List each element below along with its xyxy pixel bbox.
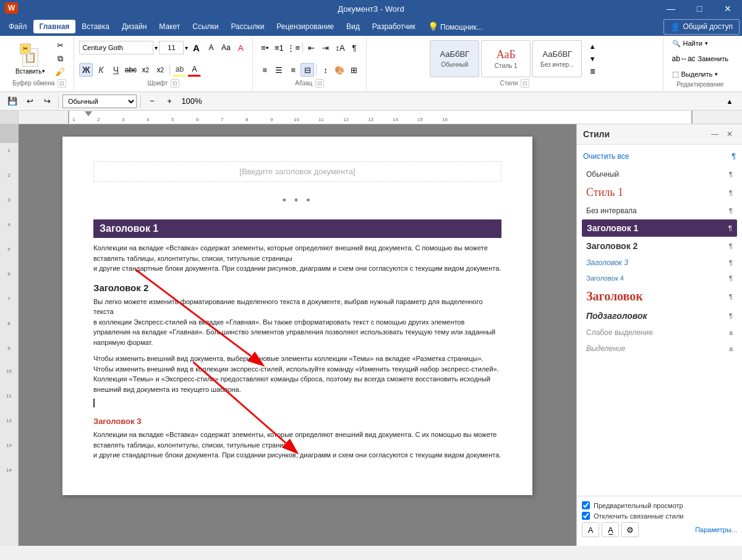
- styles-scroll-up[interactable]: ▲: [586, 40, 599, 53]
- disable-linked-checkbox-row[interactable]: Отключить связанные стили: [582, 512, 737, 520]
- bullets-button[interactable]: ≡•: [258, 41, 271, 54]
- params-link[interactable]: Параметры...: [695, 526, 737, 533]
- style-row-h2[interactable]: Заголовок 2 ¶: [582, 238, 737, 254]
- case-button[interactable]: Aa: [219, 41, 232, 54]
- manage-styles-button[interactable]: ⚙: [621, 522, 639, 537]
- underline-button[interactable]: Ч: [109, 63, 122, 77]
- cut-button[interactable]: ✂: [51, 38, 69, 52]
- italic-button[interactable]: К: [94, 63, 108, 77]
- styles-more[interactable]: ≣: [586, 65, 599, 77]
- clear-all-button[interactable]: Очистить все ¶: [582, 150, 737, 163]
- style-row-podzag[interactable]: Подзаголовок ¶: [582, 308, 737, 324]
- style-row-h1[interactable]: Заголовок 1 ¶: [582, 219, 737, 237]
- copy-button[interactable]: ⧉: [51, 52, 69, 66]
- preview-checkbox[interactable]: [582, 501, 590, 509]
- header-placeholder[interactable]: [Введите заголовок документа]: [93, 161, 501, 182]
- styles-scroll-down[interactable]: ▼: [586, 53, 599, 65]
- borders-button[interactable]: ⊞: [347, 63, 360, 77]
- menu-assistant[interactable]: 💡 Помощник...: [422, 19, 489, 34]
- close-button[interactable]: ✕: [714, 0, 742, 17]
- replace-button[interactable]: ab↔ac Заменить: [668, 53, 732, 64]
- style-dropdown[interactable]: Обычный Заголовок 1 Заголовок 2: [62, 95, 137, 108]
- style-row-nobr[interactable]: Без интервала ¶: [582, 203, 737, 218]
- menu-developer[interactable]: Разработчик: [366, 20, 422, 33]
- document-page[interactable]: [Введите заголовок документа] • • • Заго…: [62, 137, 532, 495]
- strikethrough-button[interactable]: abc: [124, 63, 137, 77]
- shading-button[interactable]: 🎨: [333, 63, 346, 77]
- find-button[interactable]: 🔍 Найти ▾: [668, 38, 732, 49]
- clear-format-button[interactable]: A: [234, 41, 247, 54]
- font-name-arrow[interactable]: ▾: [155, 45, 158, 51]
- font-size-arrow[interactable]: ▾: [185, 45, 188, 51]
- align-left-button[interactable]: ≡: [258, 63, 271, 77]
- style-style1-item[interactable]: АаБ Стиль 1: [481, 40, 531, 77]
- align-center-button[interactable]: ☰: [272, 63, 286, 77]
- shrink-font-button[interactable]: A: [204, 41, 218, 54]
- qa-redo-button[interactable]: ↪: [40, 94, 54, 109]
- align-right-button[interactable]: ≡: [286, 63, 300, 77]
- increase-indent-button[interactable]: ⇥: [319, 41, 333, 54]
- qa-save-button[interactable]: 💾: [5, 94, 20, 109]
- bold-button[interactable]: Ж: [79, 63, 93, 77]
- justify-button[interactable]: ⊟: [301, 63, 314, 77]
- menu-review[interactable]: Рецензирование: [270, 20, 340, 33]
- cursor-line[interactable]: [93, 398, 501, 408]
- style-inspector-button[interactable]: A̲: [602, 522, 619, 537]
- heading3-block[interactable]: Заголовок 3: [93, 417, 501, 426]
- select-button[interactable]: ⬚ Выделить ▾: [668, 69, 732, 80]
- sort-button[interactable]: ↕A: [333, 41, 347, 54]
- panel-close-button[interactable]: ✕: [723, 128, 736, 140]
- menu-references[interactable]: Ссылки: [186, 20, 224, 33]
- disable-linked-checkbox[interactable]: [582, 512, 590, 520]
- style-row-zagolovok[interactable]: Заголовок ¶: [582, 286, 737, 307]
- menu-insert[interactable]: Вставка: [75, 20, 116, 33]
- paragraph-expand[interactable]: ⊡: [315, 79, 324, 88]
- highlight-button[interactable]: ab: [173, 63, 186, 77]
- body-text-1[interactable]: Коллекции на вкладке «Вставка» содержат …: [93, 243, 501, 274]
- style-normal-item[interactable]: АаБбВГ Обычный: [430, 40, 479, 77]
- menu-file[interactable]: Файл: [2, 20, 33, 33]
- font-size-input[interactable]: [159, 41, 184, 54]
- menu-share[interactable]: 👤 Общий доступ: [663, 19, 740, 35]
- style-row-weak[interactable]: Слабое выделение a: [582, 325, 737, 340]
- zoom-out-button[interactable]: −: [145, 94, 160, 109]
- superscript-button[interactable]: x2: [153, 63, 167, 77]
- clipboard-expand[interactable]: ⊡: [58, 79, 66, 88]
- line-spacing-button[interactable]: ↕: [318, 63, 332, 77]
- styles-expand[interactable]: ⊡: [521, 79, 529, 88]
- style-nobr-item[interactable]: АаБбВГ Без интер...: [532, 40, 582, 77]
- font-color-button[interactable]: A: [187, 63, 201, 77]
- style-row-h4[interactable]: Заголовок 4 ¶: [582, 271, 737, 285]
- collapse-ribbon-button[interactable]: ▲: [722, 94, 737, 109]
- style-row-style1[interactable]: Стиль 1 ¶: [582, 183, 737, 202]
- zoom-in-button[interactable]: +: [162, 94, 177, 109]
- qa-undo-button[interactable]: ↩: [22, 94, 37, 109]
- body-text-3[interactable]: Чтобы изменить внешний вид документа, вы…: [93, 354, 501, 394]
- style-row-vyd[interactable]: Выделение a: [582, 341, 737, 356]
- menu-layout[interactable]: Макет: [153, 20, 186, 33]
- multilevel-list-button[interactable]: ⋮≡: [286, 41, 301, 54]
- grow-font-button[interactable]: A: [189, 41, 203, 54]
- maximize-button[interactable]: □: [685, 0, 714, 17]
- subscript-button[interactable]: x2: [139, 63, 152, 77]
- menu-view[interactable]: Вид: [340, 20, 366, 33]
- heading2-block[interactable]: Заголовок 2: [93, 282, 501, 293]
- minimize-button[interactable]: —: [657, 0, 685, 17]
- style-row-normal[interactable]: Обычный ¶: [582, 167, 737, 182]
- style-row-h3[interactable]: Заголовок 3 ¶: [582, 255, 737, 270]
- panel-move-button[interactable]: —: [709, 128, 721, 140]
- document-area[interactable]: [Введите заголовок документа] • • • Заго…: [19, 124, 576, 546]
- new-style-button[interactable]: A: [582, 522, 599, 537]
- numbering-button[interactable]: ≡1: [272, 41, 286, 54]
- preview-checkbox-row[interactable]: Предварительный просмотр: [582, 501, 737, 509]
- show-marks-button[interactable]: ¶: [348, 41, 361, 54]
- menu-mailings[interactable]: Рассылки: [225, 20, 271, 33]
- font-expand[interactable]: ⊡: [171, 79, 179, 88]
- paste-button[interactable]: 📋 ✂ Вставить ▾: [10, 37, 51, 80]
- decrease-indent-button[interactable]: ⇤: [305, 41, 318, 54]
- heading1-block[interactable]: Заголовок 1: [93, 219, 501, 238]
- menu-design[interactable]: Дизайн: [116, 20, 153, 33]
- body-text-2[interactable]: Вы легко можете изменить форматирование …: [93, 297, 501, 348]
- menu-home[interactable]: Главная: [33, 20, 76, 33]
- format-painter-button[interactable]: 🖌: [51, 66, 69, 79]
